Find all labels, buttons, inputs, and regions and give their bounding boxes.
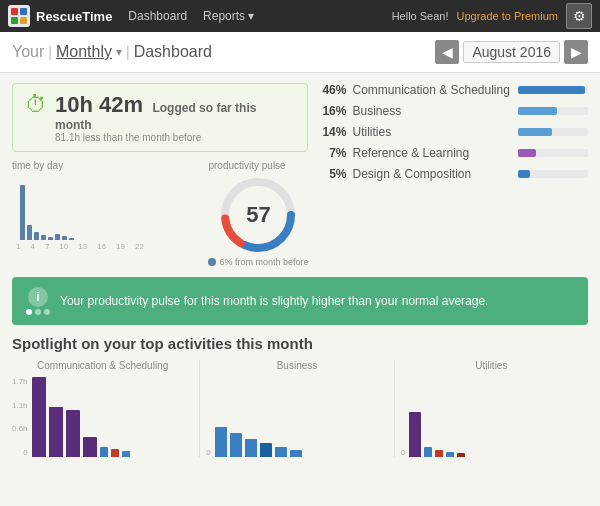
spotlight-business: Business 0 bbox=[200, 360, 394, 457]
sp-bar-3-3 bbox=[435, 450, 443, 457]
cat-name-5: Design & Composition bbox=[352, 167, 512, 181]
categories-panel: 46% Communication & Scheduling 16% Busin… bbox=[318, 83, 588, 267]
y-axis-1: 1.7h 1.1h 0.6h 0 bbox=[12, 377, 28, 457]
sp-bar-1-3 bbox=[66, 410, 80, 457]
axis-4: 4 bbox=[30, 242, 34, 251]
navigation: RescueTime Dashboard Reports ▾ Hello Sea… bbox=[0, 0, 600, 32]
nav-left: RescueTime Dashboard Reports ▾ bbox=[8, 5, 254, 27]
y-2-bot: 0 bbox=[206, 448, 210, 457]
dot-2[interactable] bbox=[35, 309, 41, 315]
sp-bar-2-6 bbox=[290, 450, 302, 457]
spotlight-bars-1 bbox=[32, 377, 130, 457]
cat-name-1: Communication & Scheduling bbox=[352, 83, 512, 97]
cat-bar-4 bbox=[518, 149, 535, 157]
month-nav: ◀ August 2016 ▶ bbox=[435, 40, 588, 64]
sep1: | bbox=[48, 44, 52, 60]
category-row-2: 16% Business bbox=[318, 104, 588, 118]
period-arrow: ▾ bbox=[116, 45, 122, 59]
sp-bar-2-5 bbox=[275, 447, 287, 457]
spotlight-bars-3 bbox=[409, 377, 465, 457]
axis-13: 13 bbox=[78, 242, 87, 251]
cat-bar-wrap-2 bbox=[518, 107, 588, 115]
spotlight-inner-3: 0 bbox=[401, 377, 582, 457]
y-3-bot: 0 bbox=[401, 448, 405, 457]
brand-name: RescueTime bbox=[36, 9, 112, 24]
nav-reports-link[interactable]: Reports ▾ bbox=[203, 9, 254, 23]
cat-bar-wrap-5 bbox=[518, 170, 588, 178]
nav-dashboard-link[interactable]: Dashboard bbox=[128, 9, 187, 23]
y-axis-3: 0 bbox=[401, 377, 405, 457]
spotlight-label-3: Utilities bbox=[401, 360, 582, 371]
spotlight-inner-2: 0 bbox=[206, 377, 387, 457]
sp-bar-3-1 bbox=[409, 412, 421, 457]
next-month-button[interactable]: ▶ bbox=[564, 40, 588, 64]
prev-month-button[interactable]: ◀ bbox=[435, 40, 459, 64]
sp-bar-3-4 bbox=[446, 452, 454, 457]
time-value: 10h 42m bbox=[55, 92, 143, 117]
axis-1: 1 bbox=[16, 242, 20, 251]
bar-chart bbox=[12, 175, 200, 240]
time-by-day-label: time by day bbox=[12, 160, 200, 171]
sp-bar-1-7 bbox=[122, 451, 130, 457]
sp-bar-2-3 bbox=[245, 439, 257, 457]
logo-icon bbox=[8, 5, 30, 27]
header-prefix: Your bbox=[12, 43, 44, 61]
spotlight-label-2: Business bbox=[206, 360, 387, 371]
bar-4 bbox=[41, 235, 46, 240]
sp-bar-2-2 bbox=[230, 433, 242, 457]
cat-bar-5 bbox=[518, 170, 530, 178]
spotlight-communication: Communication & Scheduling 1.7h 1.1h 0.6… bbox=[12, 360, 200, 457]
bar-6 bbox=[55, 234, 60, 240]
svg-rect-0 bbox=[11, 8, 18, 15]
bar-3 bbox=[34, 232, 39, 240]
logo: RescueTime bbox=[8, 5, 112, 27]
svg-rect-2 bbox=[11, 17, 18, 24]
bar-7 bbox=[62, 236, 67, 240]
cat-pct-5: 5% bbox=[318, 167, 346, 181]
category-row-3: 14% Utilities bbox=[318, 125, 588, 139]
charts-row: time by day bbox=[12, 160, 308, 267]
current-month: August 2016 bbox=[463, 41, 560, 63]
dot-3[interactable] bbox=[44, 309, 50, 315]
cat-bar-3 bbox=[518, 128, 551, 136]
cat-bar-1 bbox=[518, 86, 584, 94]
cat-name-4: Reference & Learning bbox=[352, 146, 512, 160]
time-by-day-chart: time by day bbox=[12, 160, 200, 251]
banner-text: Your productivity pulse for this month i… bbox=[60, 294, 488, 308]
bar-1 bbox=[20, 185, 25, 240]
pulse-dot bbox=[208, 258, 216, 266]
pulse-label: productivity pulse bbox=[208, 160, 285, 171]
settings-button[interactable]: ⚙ bbox=[566, 3, 592, 29]
logged-content: 10h 42m Logged so far this month 81.1h l… bbox=[55, 92, 295, 143]
left-panel: ⏱ 10h 42m Logged so far this month 81.1h… bbox=[12, 83, 308, 267]
nav-right: Hello Sean! Upgrade to Premium ⚙ bbox=[392, 3, 592, 29]
axis-7: 7 bbox=[45, 242, 49, 251]
sp-bar-1-2 bbox=[49, 407, 63, 457]
header-period[interactable]: Monthly bbox=[56, 43, 112, 61]
pulse-circle: 57 bbox=[218, 175, 298, 255]
category-row-4: 7% Reference & Learning bbox=[318, 146, 588, 160]
upgrade-link[interactable]: Upgrade to Premium bbox=[457, 10, 559, 22]
dot-1[interactable] bbox=[26, 309, 32, 315]
bar-5 bbox=[48, 237, 53, 240]
sp-bar-1-4 bbox=[83, 437, 97, 457]
sp-bar-1-5 bbox=[100, 447, 108, 457]
spotlight-inner-1: 1.7h 1.1h 0.6h 0 bbox=[12, 377, 193, 457]
banner-left: i bbox=[26, 287, 50, 315]
cat-bar-wrap-3 bbox=[518, 128, 588, 136]
y-1-bot: 0 bbox=[23, 448, 27, 457]
cat-pct-2: 16% bbox=[318, 104, 346, 118]
cat-name-3: Utilities bbox=[352, 125, 512, 139]
cat-bar-wrap-4 bbox=[518, 149, 588, 157]
cat-pct-4: 7% bbox=[318, 146, 346, 160]
category-row-5: 5% Design & Composition bbox=[318, 167, 588, 181]
sp-bar-3-2 bbox=[424, 447, 432, 457]
spotlight-utilities: Utilities 0 bbox=[395, 360, 588, 457]
header-dashboard: Dashboard bbox=[134, 43, 212, 61]
y-axis-2: 0 bbox=[206, 377, 210, 457]
y-1-mid1: 1.1h bbox=[12, 401, 28, 410]
cat-name-2: Business bbox=[352, 104, 512, 118]
bar-8 bbox=[69, 238, 74, 240]
main-content: ⏱ 10h 42m Logged so far this month 81.1h… bbox=[0, 73, 600, 467]
axis-10: 10 bbox=[59, 242, 68, 251]
